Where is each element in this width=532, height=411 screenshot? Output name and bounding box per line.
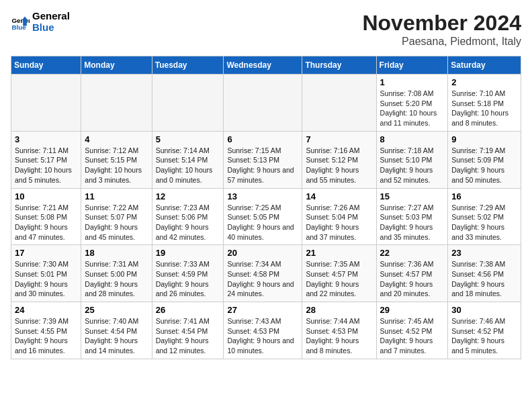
calendar-cell: 19Sunrise: 7:33 AM Sunset: 4:59 PM Dayli… [152,245,224,302]
day-info: Sunrise: 7:38 AM Sunset: 4:56 PM Dayligh… [451,259,517,299]
day-info: Sunrise: 7:30 AM Sunset: 5:01 PM Dayligh… [15,259,77,299]
day-number: 25 [85,305,148,315]
calendar-week-row: 10Sunrise: 7:21 AM Sunset: 5:08 PM Dayli… [11,188,521,245]
day-number: 9 [451,134,517,144]
day-info: Sunrise: 7:10 AM Sunset: 5:18 PM Dayligh… [451,89,517,128]
calendar-cell: 12Sunrise: 7:23 AM Sunset: 5:06 PM Dayli… [152,188,224,245]
day-info: Sunrise: 7:33 AM Sunset: 4:59 PM Dayligh… [156,259,220,299]
day-info: Sunrise: 7:45 AM Sunset: 4:52 PM Dayligh… [380,316,445,356]
day-info: Sunrise: 7:25 AM Sunset: 5:05 PM Dayligh… [227,203,298,242]
weekday-header: Sunday [11,56,81,75]
day-info: Sunrise: 7:12 AM Sunset: 5:15 PM Dayligh… [85,146,148,185]
day-number: 26 [156,305,220,315]
day-info: Sunrise: 7:11 AM Sunset: 5:17 PM Dayligh… [15,146,77,185]
calendar-cell: 21Sunrise: 7:35 AM Sunset: 4:57 PM Dayli… [302,245,376,302]
weekday-header: Wednesday [224,56,302,75]
calendar-cell: 3Sunrise: 7:11 AM Sunset: 5:17 PM Daylig… [11,131,81,188]
calendar-cell: 18Sunrise: 7:31 AM Sunset: 5:00 PM Dayli… [81,245,152,302]
day-number: 14 [306,191,372,201]
calendar-header-row: SundayMondayTuesdayWednesdayThursdayFrid… [11,56,521,75]
day-number: 24 [15,305,77,315]
calendar-cell: 29Sunrise: 7:45 AM Sunset: 4:52 PM Dayli… [376,302,448,359]
day-info: Sunrise: 7:18 AM Sunset: 5:10 PM Dayligh… [380,146,445,185]
logo-text-general: General [32,11,70,22]
day-info: Sunrise: 7:23 AM Sunset: 5:06 PM Dayligh… [156,203,220,242]
calendar-cell: 17Sunrise: 7:30 AM Sunset: 5:01 PM Dayli… [11,245,81,302]
day-number: 12 [156,191,220,201]
calendar-cell: 15Sunrise: 7:27 AM Sunset: 5:03 PM Dayli… [376,188,448,245]
calendar-cell: 23Sunrise: 7:38 AM Sunset: 4:56 PM Dayli… [448,245,521,302]
day-number: 18 [85,248,148,258]
logo-icon: General Blue [11,13,30,32]
calendar-week-row: 17Sunrise: 7:30 AM Sunset: 5:01 PM Dayli… [11,245,521,302]
day-number: 5 [156,134,220,144]
calendar-cell: 14Sunrise: 7:26 AM Sunset: 5:04 PM Dayli… [302,188,376,245]
calendar-cell: 30Sunrise: 7:46 AM Sunset: 4:52 PM Dayli… [448,302,521,359]
day-number: 21 [306,248,372,258]
calendar-cell: 11Sunrise: 7:22 AM Sunset: 5:07 PM Dayli… [81,188,152,245]
calendar-cell: 1Sunrise: 7:08 AM Sunset: 5:20 PM Daylig… [376,75,448,132]
calendar-cell: 8Sunrise: 7:18 AM Sunset: 5:10 PM Daylig… [376,131,448,188]
calendar-cell: 4Sunrise: 7:12 AM Sunset: 5:15 PM Daylig… [81,131,152,188]
page-header: General Blue General Blue November 2024 … [11,11,521,48]
calendar-cell [224,75,302,132]
calendar-cell: 22Sunrise: 7:36 AM Sunset: 4:57 PM Dayli… [376,245,448,302]
location-title: Paesana, Piedmont, Italy [362,36,521,48]
day-number: 11 [85,191,148,201]
calendar-cell [81,75,152,132]
day-number: 27 [227,305,298,315]
day-number: 19 [156,248,220,258]
weekday-header: Friday [376,56,448,75]
day-number: 4 [85,134,148,144]
calendar-cell [152,75,224,132]
day-number: 20 [227,248,298,258]
weekday-header: Tuesday [152,56,224,75]
title-area: November 2024 Paesana, Piedmont, Italy [362,11,521,48]
day-info: Sunrise: 7:29 AM Sunset: 5:02 PM Dayligh… [451,203,517,242]
day-number: 3 [15,134,77,144]
day-info: Sunrise: 7:22 AM Sunset: 5:07 PM Dayligh… [85,203,148,242]
day-info: Sunrise: 7:43 AM Sunset: 4:53 PM Dayligh… [227,316,298,356]
calendar-cell [11,75,81,132]
calendar-cell: 28Sunrise: 7:44 AM Sunset: 4:53 PM Dayli… [302,302,376,359]
day-info: Sunrise: 7:36 AM Sunset: 4:57 PM Dayligh… [380,259,445,299]
day-info: Sunrise: 7:34 AM Sunset: 4:58 PM Dayligh… [227,259,298,299]
calendar-cell: 5Sunrise: 7:14 AM Sunset: 5:14 PM Daylig… [152,131,224,188]
day-number: 16 [451,191,517,201]
day-number: 22 [380,248,445,258]
day-info: Sunrise: 7:16 AM Sunset: 5:12 PM Dayligh… [306,146,372,185]
calendar-cell: 24Sunrise: 7:39 AM Sunset: 4:55 PM Dayli… [11,302,81,359]
calendar-cell: 10Sunrise: 7:21 AM Sunset: 5:08 PM Dayli… [11,188,81,245]
day-info: Sunrise: 7:40 AM Sunset: 4:54 PM Dayligh… [85,316,148,356]
day-number: 17 [15,248,77,258]
day-info: Sunrise: 7:21 AM Sunset: 5:08 PM Dayligh… [15,203,77,242]
day-number: 30 [451,305,517,315]
calendar-week-row: 1Sunrise: 7:08 AM Sunset: 5:20 PM Daylig… [11,75,521,132]
calendar-cell: 9Sunrise: 7:19 AM Sunset: 5:09 PM Daylig… [448,131,521,188]
day-info: Sunrise: 7:35 AM Sunset: 4:57 PM Dayligh… [306,259,372,299]
weekday-header: Monday [81,56,152,75]
calendar-week-row: 3Sunrise: 7:11 AM Sunset: 5:17 PM Daylig… [11,131,521,188]
logo: General Blue General Blue [11,11,70,33]
calendar-cell: 13Sunrise: 7:25 AM Sunset: 5:05 PM Dayli… [224,188,302,245]
weekday-header: Saturday [448,56,521,75]
day-info: Sunrise: 7:19 AM Sunset: 5:09 PM Dayligh… [451,146,517,185]
day-number: 2 [451,77,517,87]
day-info: Sunrise: 7:14 AM Sunset: 5:14 PM Dayligh… [156,146,220,185]
day-info: Sunrise: 7:15 AM Sunset: 5:13 PM Dayligh… [227,146,298,185]
day-number: 23 [451,248,517,258]
day-number: 15 [380,191,445,201]
weekday-header: Thursday [302,56,376,75]
day-info: Sunrise: 7:44 AM Sunset: 4:53 PM Dayligh… [306,316,372,356]
month-title: November 2024 [362,11,521,36]
day-number: 13 [227,191,298,201]
day-info: Sunrise: 7:31 AM Sunset: 5:00 PM Dayligh… [85,259,148,299]
day-number: 28 [306,305,372,315]
calendar-cell: 25Sunrise: 7:40 AM Sunset: 4:54 PM Dayli… [81,302,152,359]
day-info: Sunrise: 7:27 AM Sunset: 5:03 PM Dayligh… [380,203,445,242]
day-info: Sunrise: 7:46 AM Sunset: 4:52 PM Dayligh… [451,316,517,356]
day-info: Sunrise: 7:26 AM Sunset: 5:04 PM Dayligh… [306,203,372,242]
day-number: 1 [380,77,445,87]
day-info: Sunrise: 7:08 AM Sunset: 5:20 PM Dayligh… [380,89,445,128]
day-number: 6 [227,134,298,144]
